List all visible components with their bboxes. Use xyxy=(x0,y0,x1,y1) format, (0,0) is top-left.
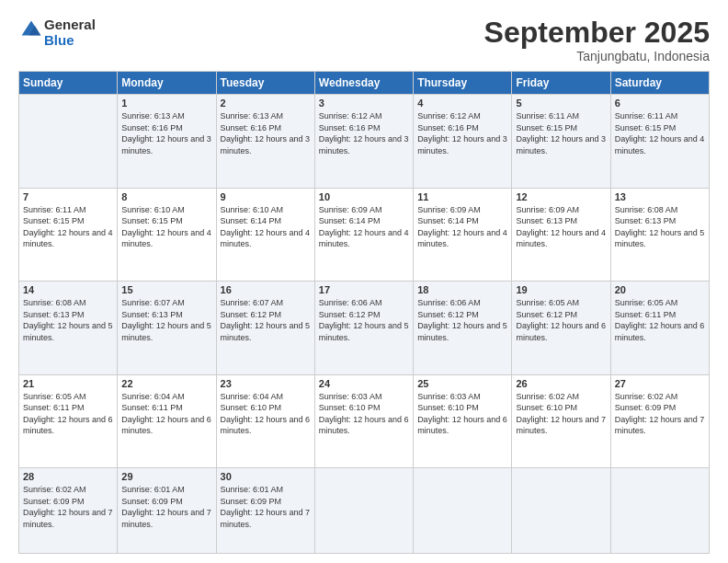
calendar-cell: 9Sunrise: 6:10 AMSunset: 6:14 PMDaylight… xyxy=(216,188,314,281)
logo-general: General xyxy=(44,17,96,32)
calendar-cell: 18Sunrise: 6:06 AMSunset: 6:12 PMDayligh… xyxy=(414,282,512,374)
day-number: 8 xyxy=(121,191,211,202)
calendar-cell: 15Sunrise: 6:07 AMSunset: 6:13 PMDayligh… xyxy=(118,282,216,374)
weekday-header: Friday xyxy=(512,72,610,95)
day-number: 10 xyxy=(319,191,409,202)
cell-info: Sunrise: 6:01 AMSunset: 6:09 PMDaylight:… xyxy=(221,484,311,530)
calendar-cell: 21Sunrise: 6:05 AMSunset: 6:11 PMDayligh… xyxy=(19,374,118,467)
day-number: 15 xyxy=(121,284,211,295)
day-number: 1 xyxy=(121,98,211,109)
title-block: September 2025 Tanjungbatu, Indonesia xyxy=(484,17,710,63)
calendar-header-row: SundayMondayTuesdayWednesdayThursdayFrid… xyxy=(19,72,710,95)
calendar-cell: 8Sunrise: 6:10 AMSunset: 6:15 PMDaylight… xyxy=(118,188,216,281)
cell-info: Sunrise: 6:13 AMSunset: 6:16 PMDaylight:… xyxy=(121,110,211,156)
calendar-cell xyxy=(314,468,413,554)
calendar-week-row: 7Sunrise: 6:11 AMSunset: 6:15 PMDaylight… xyxy=(19,188,710,281)
logo-icon xyxy=(20,19,42,41)
calendar-cell: 20Sunrise: 6:05 AMSunset: 6:11 PMDayligh… xyxy=(610,282,709,374)
day-number: 16 xyxy=(221,284,311,295)
cell-info: Sunrise: 6:10 AMSunset: 6:14 PMDaylight:… xyxy=(221,204,311,250)
calendar-cell: 14Sunrise: 6:08 AMSunset: 6:13 PMDayligh… xyxy=(19,282,118,374)
cell-info: Sunrise: 6:03 AMSunset: 6:10 PMDaylight:… xyxy=(417,391,507,437)
day-number: 19 xyxy=(516,284,606,295)
cell-info: Sunrise: 6:11 AMSunset: 6:15 PMDaylight:… xyxy=(516,110,606,156)
calendar-cell: 4Sunrise: 6:12 AMSunset: 6:16 PMDaylight… xyxy=(414,95,512,188)
calendar-cell: 13Sunrise: 6:08 AMSunset: 6:13 PMDayligh… xyxy=(610,188,709,281)
calendar-table: SundayMondayTuesdayWednesdayThursdayFrid… xyxy=(18,71,710,554)
day-number: 28 xyxy=(23,471,113,482)
cell-info: Sunrise: 6:09 AMSunset: 6:14 PMDaylight:… xyxy=(417,204,507,250)
day-number: 25 xyxy=(417,378,507,389)
cell-info: Sunrise: 6:13 AMSunset: 6:16 PMDaylight:… xyxy=(221,110,311,156)
calendar-cell: 2Sunrise: 6:13 AMSunset: 6:16 PMDaylight… xyxy=(216,95,314,188)
cell-info: Sunrise: 6:09 AMSunset: 6:13 PMDaylight:… xyxy=(516,204,606,250)
day-number: 11 xyxy=(417,191,507,202)
calendar-cell: 26Sunrise: 6:02 AMSunset: 6:10 PMDayligh… xyxy=(512,374,610,467)
calendar-cell: 22Sunrise: 6:04 AMSunset: 6:11 PMDayligh… xyxy=(118,374,216,467)
month-title: September 2025 xyxy=(484,17,710,49)
day-number: 27 xyxy=(615,378,705,389)
calendar-cell: 23Sunrise: 6:04 AMSunset: 6:10 PMDayligh… xyxy=(216,374,314,467)
day-number: 13 xyxy=(615,191,705,202)
cell-info: Sunrise: 6:05 AMSunset: 6:12 PMDaylight:… xyxy=(516,297,606,343)
calendar-cell: 29Sunrise: 6:01 AMSunset: 6:09 PMDayligh… xyxy=(118,468,216,554)
day-number: 3 xyxy=(319,98,409,109)
cell-info: Sunrise: 6:11 AMSunset: 6:15 PMDaylight:… xyxy=(615,110,705,156)
calendar-week-row: 28Sunrise: 6:02 AMSunset: 6:09 PMDayligh… xyxy=(19,468,710,554)
day-number: 5 xyxy=(516,98,606,109)
calendar-cell: 16Sunrise: 6:07 AMSunset: 6:12 PMDayligh… xyxy=(216,282,314,374)
calendar-cell: 28Sunrise: 6:02 AMSunset: 6:09 PMDayligh… xyxy=(19,468,118,554)
cell-info: Sunrise: 6:05 AMSunset: 6:11 PMDaylight:… xyxy=(23,391,113,437)
calendar-cell: 7Sunrise: 6:11 AMSunset: 6:15 PMDaylight… xyxy=(19,188,118,281)
cell-info: Sunrise: 6:05 AMSunset: 6:11 PMDaylight:… xyxy=(615,297,705,343)
calendar-cell: 3Sunrise: 6:12 AMSunset: 6:16 PMDaylight… xyxy=(314,95,413,188)
cell-info: Sunrise: 6:04 AMSunset: 6:10 PMDaylight:… xyxy=(221,391,311,437)
cell-info: Sunrise: 6:03 AMSunset: 6:10 PMDaylight:… xyxy=(319,391,409,437)
calendar-cell: 30Sunrise: 6:01 AMSunset: 6:09 PMDayligh… xyxy=(216,468,314,554)
calendar-cell: 5Sunrise: 6:11 AMSunset: 6:15 PMDaylight… xyxy=(512,95,610,188)
day-number: 6 xyxy=(615,98,705,109)
calendar-cell: 19Sunrise: 6:05 AMSunset: 6:12 PMDayligh… xyxy=(512,282,610,374)
calendar-cell: 6Sunrise: 6:11 AMSunset: 6:15 PMDaylight… xyxy=(610,95,709,188)
cell-info: Sunrise: 6:08 AMSunset: 6:13 PMDaylight:… xyxy=(615,204,705,250)
cell-info: Sunrise: 6:04 AMSunset: 6:11 PMDaylight:… xyxy=(121,391,211,437)
logo: General Blue xyxy=(18,17,96,48)
day-number: 4 xyxy=(417,98,507,109)
logo-blue: Blue xyxy=(44,32,96,48)
day-number: 30 xyxy=(221,471,311,482)
day-number: 23 xyxy=(221,378,311,389)
cell-info: Sunrise: 6:02 AMSunset: 6:09 PMDaylight:… xyxy=(23,484,113,530)
day-number: 14 xyxy=(23,284,113,295)
cell-info: Sunrise: 6:02 AMSunset: 6:10 PMDaylight:… xyxy=(516,391,606,437)
cell-info: Sunrise: 6:07 AMSunset: 6:13 PMDaylight:… xyxy=(121,297,211,343)
cell-info: Sunrise: 6:12 AMSunset: 6:16 PMDaylight:… xyxy=(319,110,409,156)
calendar-cell: 11Sunrise: 6:09 AMSunset: 6:14 PMDayligh… xyxy=(414,188,512,281)
cell-info: Sunrise: 6:01 AMSunset: 6:09 PMDaylight:… xyxy=(121,484,211,530)
day-number: 21 xyxy=(23,378,113,389)
weekday-header: Tuesday xyxy=(216,72,314,95)
day-number: 22 xyxy=(121,378,211,389)
cell-info: Sunrise: 6:12 AMSunset: 6:16 PMDaylight:… xyxy=(417,110,507,156)
calendar-cell: 24Sunrise: 6:03 AMSunset: 6:10 PMDayligh… xyxy=(314,374,413,467)
day-number: 2 xyxy=(221,98,311,109)
cell-info: Sunrise: 6:11 AMSunset: 6:15 PMDaylight:… xyxy=(23,204,113,250)
day-number: 9 xyxy=(221,191,311,202)
calendar-week-row: 1Sunrise: 6:13 AMSunset: 6:16 PMDaylight… xyxy=(19,95,710,188)
calendar-week-row: 21Sunrise: 6:05 AMSunset: 6:11 PMDayligh… xyxy=(19,374,710,467)
cell-info: Sunrise: 6:06 AMSunset: 6:12 PMDaylight:… xyxy=(319,297,409,343)
cell-info: Sunrise: 6:06 AMSunset: 6:12 PMDaylight:… xyxy=(417,297,507,343)
cell-info: Sunrise: 6:09 AMSunset: 6:14 PMDaylight:… xyxy=(319,204,409,250)
cell-info: Sunrise: 6:07 AMSunset: 6:12 PMDaylight:… xyxy=(221,297,311,343)
day-number: 29 xyxy=(121,471,211,482)
weekday-header: Monday xyxy=(118,72,216,95)
weekday-header: Saturday xyxy=(610,72,709,95)
cell-info: Sunrise: 6:10 AMSunset: 6:15 PMDaylight:… xyxy=(121,204,211,250)
day-number: 26 xyxy=(516,378,606,389)
calendar-cell xyxy=(19,95,118,188)
calendar-week-row: 14Sunrise: 6:08 AMSunset: 6:13 PMDayligh… xyxy=(19,282,710,374)
calendar-cell: 10Sunrise: 6:09 AMSunset: 6:14 PMDayligh… xyxy=(314,188,413,281)
calendar-cell: 12Sunrise: 6:09 AMSunset: 6:13 PMDayligh… xyxy=(512,188,610,281)
day-number: 20 xyxy=(615,284,705,295)
calendar-cell: 25Sunrise: 6:03 AMSunset: 6:10 PMDayligh… xyxy=(414,374,512,467)
day-number: 17 xyxy=(319,284,409,295)
